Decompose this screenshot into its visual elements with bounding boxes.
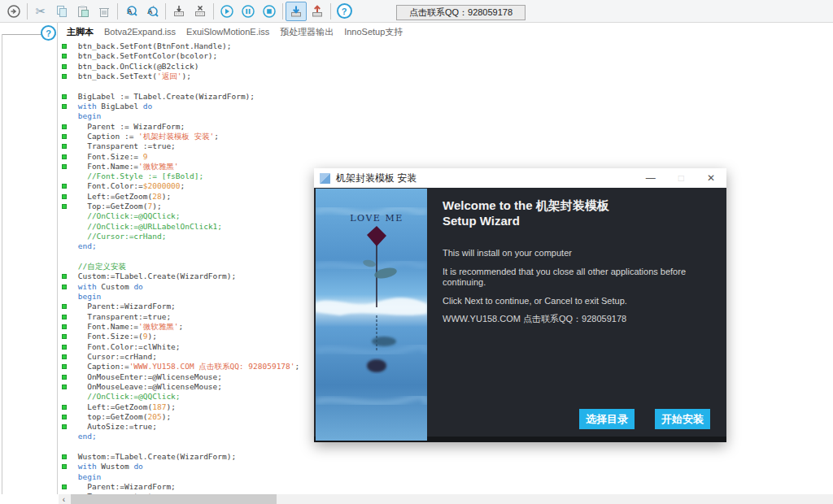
code-line: BigLabel := TLabel.Create(WizardForm);	[73, 92, 255, 102]
executable-line-marker[interactable]	[62, 315, 67, 319]
executable-line-marker[interactable]	[62, 164, 67, 169]
code-line: btn_back.SetFontColor(bcolor);	[73, 51, 217, 61]
executable-line-marker[interactable]	[62, 204, 67, 209]
dialog-buttons: 选择目录开始安装	[579, 409, 710, 429]
executable-line-marker[interactable]	[62, 194, 67, 199]
executable-line-marker[interactable]	[62, 44, 67, 49]
code-line: Cursor:=crHand;	[73, 352, 157, 362]
maximize-button: □	[678, 172, 684, 184]
tab-预处理器输出[interactable]: 预处理器输出	[280, 26, 334, 38]
code-line: Caption := '机架封装模板 安装';	[73, 132, 219, 141]
code-line: AutoSize:=true;	[73, 422, 157, 432]
dialog-titlebar[interactable]: 机架封装模板 安装 — □ ✕	[314, 168, 726, 188]
close-button[interactable]: ✕	[707, 172, 715, 184]
choose-directory-button[interactable]: 选择目录	[579, 409, 635, 429]
code-line: Left:=GetZoom(28);	[73, 192, 171, 202]
code-line: with BigLabel do	[73, 102, 152, 111]
dialog-content: Welcome to the 机架封装模板 Setup Wizard This …	[443, 198, 716, 332]
code-line: with Wustom do	[73, 462, 143, 471]
executable-line-marker[interactable]	[62, 144, 67, 149]
import-icon[interactable]	[286, 2, 307, 21]
find-icon[interactable]: A	[120, 2, 142, 21]
dialog-paragraph: WWW.YU158.COM 点击联系QQ：928059178	[443, 314, 716, 325]
executable-line-marker[interactable]	[62, 274, 67, 279]
executable-line-marker[interactable]	[62, 304, 67, 309]
executable-line-marker[interactable]	[62, 415, 67, 419]
executable-line-marker[interactable]	[62, 184, 67, 189]
remove-template-icon[interactable]	[190, 2, 211, 21]
scroll-left-arrow[interactable]: ‹	[59, 494, 69, 504]
code-line: begin	[73, 292, 101, 302]
executable-line-marker[interactable]	[62, 454, 67, 459]
pause-icon[interactable]	[238, 2, 259, 21]
code-line: Font.Name:='微软雅黑';	[73, 322, 183, 332]
insert-template-icon[interactable]	[168, 2, 190, 21]
executable-line-marker[interactable]	[62, 324, 67, 329]
dialog-app-icon	[320, 173, 330, 184]
cut-icon[interactable]: ✂	[30, 2, 51, 21]
executable-line-marker[interactable]	[62, 134, 67, 139]
code-line: Font.Size:= 9	[73, 152, 148, 162]
help-icon[interactable]: ?	[334, 2, 355, 21]
contact-qq-button[interactable]: 点击联系QQ：928059178	[396, 5, 526, 20]
executable-line-marker[interactable]	[62, 424, 67, 429]
executable-line-marker[interactable]	[62, 385, 67, 389]
welcome-heading-line1: Welcome to the 机架封装模板	[443, 198, 716, 213]
start-install-button[interactable]: 开始安装	[655, 409, 710, 429]
toolbar-separator	[282, 3, 283, 20]
executable-line-marker[interactable]	[62, 64, 67, 69]
code-line: Parent := WizardForm;	[73, 122, 185, 132]
toolbar: ✂ A A'	[0, 0, 833, 23]
wizard-side-image: LOVE ME	[316, 189, 427, 441]
executable-line-marker[interactable]	[62, 54, 67, 59]
toolbar-separator	[117, 3, 118, 20]
code-line: //OnClick:=@QQClick;	[73, 211, 181, 221]
executable-line-marker[interactable]	[62, 484, 67, 489]
run-icon[interactable]	[216, 2, 238, 21]
code-line: Parent:=WizardForm;	[73, 302, 176, 311]
welcome-heading-line2: Setup Wizard	[443, 213, 716, 228]
dialog-paragraph: This will install on your computer	[443, 248, 716, 259]
export-icon[interactable]	[307, 2, 328, 21]
paste-icon[interactable]	[72, 2, 94, 21]
replace-icon[interactable]: A'	[142, 2, 163, 21]
stop-icon[interactable]	[259, 2, 280, 21]
panel-help-icon[interactable]: ?	[41, 25, 56, 41]
scrollbar-thumb[interactable]	[71, 494, 277, 504]
executable-line-marker[interactable]	[62, 464, 67, 469]
code-line: begin	[73, 472, 101, 482]
executable-line-marker[interactable]	[62, 405, 67, 410]
tab-ExuiSlowMotionE.iss[interactable]: ExuiSlowMotionE.iss	[186, 27, 269, 37]
code-line: top:=GetZoom(205);	[73, 412, 171, 422]
executable-line-marker[interactable]	[62, 74, 67, 79]
code-line: Transparent:=true;	[73, 312, 171, 322]
executable-line-marker[interactable]	[62, 285, 67, 289]
compile-icon[interactable]	[3, 2, 24, 21]
toolbar-separator	[27, 3, 28, 20]
copy-icon[interactable]	[51, 2, 72, 21]
executable-line-marker[interactable]	[62, 375, 67, 380]
code-line: with Custom do	[73, 282, 143, 292]
executable-line-marker[interactable]	[62, 104, 67, 109]
code-line: //Font.Style := [fsBold];	[73, 172, 203, 181]
code-line: Wustom:=TLabel.Create(WizardForm);	[73, 452, 236, 462]
tab-Botva2Expand.iss[interactable]: Botva2Expand.iss	[104, 27, 176, 37]
code-line: Transparent :=true;	[73, 141, 176, 151]
tab-InnoSetup支持[interactable]: InnoSetup支持	[344, 26, 403, 38]
executable-line-marker[interactable]	[62, 94, 67, 99]
code-line: begin	[73, 111, 101, 121]
executable-line-marker[interactable]	[62, 154, 67, 159]
horizontal-scrollbar[interactable]: ‹	[59, 494, 833, 504]
executable-line-marker[interactable]	[62, 354, 67, 359]
executable-line-marker[interactable]	[62, 345, 67, 350]
executable-line-marker[interactable]	[62, 124, 67, 129]
tab-主脚本[interactable]: 主脚本	[67, 26, 94, 38]
code-line: //自定义安装	[73, 262, 126, 272]
code-line: btn_back.OnClick(@B2click)	[73, 62, 198, 72]
toolbar-separator	[165, 3, 166, 20]
executable-line-marker[interactable]	[62, 334, 67, 339]
delete-icon[interactable]	[94, 2, 115, 21]
toolbar-separator	[330, 3, 331, 20]
minimize-button[interactable]: —	[646, 172, 656, 184]
executable-line-marker[interactable]	[62, 364, 67, 369]
